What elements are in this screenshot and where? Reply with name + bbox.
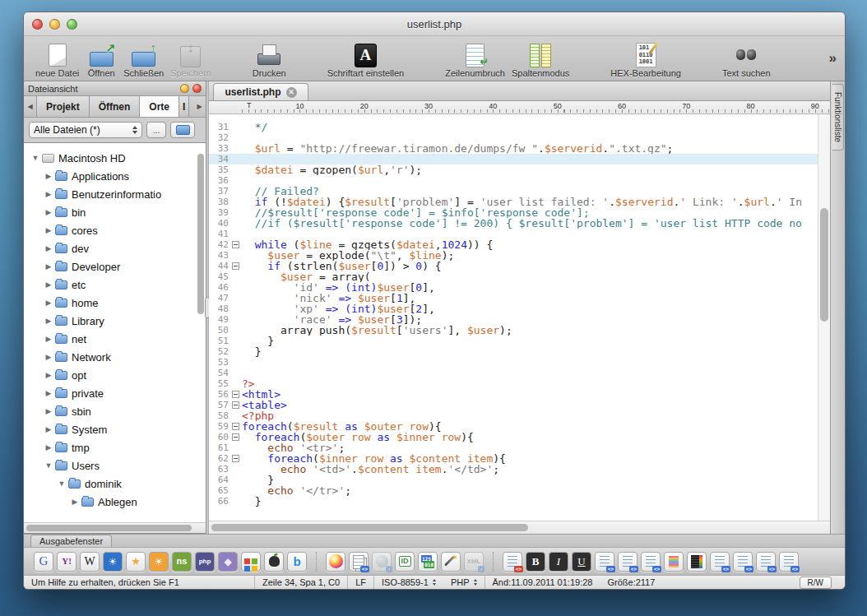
editor-horizontal-scrollbar[interactable]: [209, 521, 830, 534]
search-text-button[interactable]: Text suchen: [722, 42, 771, 78]
globe-check-icon[interactable]: ✓: [372, 552, 392, 572]
tree-item-applications[interactable]: ▶Applications: [24, 167, 206, 185]
file-filter-select[interactable]: Alle Dateien (*): [29, 122, 142, 138]
syntax-list-icon[interactable]: <>: [503, 552, 522, 572]
bold-icon[interactable]: B: [526, 552, 545, 572]
disclosure-triangle-icon[interactable]: ▶: [44, 389, 53, 397]
numbered-list-icon[interactable]: <>: [641, 552, 661, 572]
disclosure-triangle-icon[interactable]: ▶: [70, 498, 80, 506]
sidebar-tab-öffnen[interactable]: Öffnen: [90, 96, 141, 117]
fold-marker-icon[interactable]: [232, 455, 239, 462]
toolbar-overflow-button[interactable]: »: [828, 50, 838, 67]
google-icon[interactable]: G: [34, 552, 53, 572]
disclosure-triangle-icon[interactable]: ▼: [30, 154, 40, 162]
color-wheel-icon[interactable]: [326, 552, 345, 572]
tree-horizontal-scrollbar[interactable]: [24, 522, 206, 533]
sidebar-tab-i[interactable]: I: [179, 96, 189, 117]
tree-item-private[interactable]: ▶private: [24, 384, 206, 402]
sidebar-header[interactable]: Dateiansicht: [24, 81, 206, 96]
netspeak-icon[interactable]: ns: [172, 552, 192, 572]
tab-close-icon[interactable]: ✕: [286, 87, 297, 98]
black-list-icon[interactable]: [687, 552, 707, 572]
disclosure-triangle-icon[interactable]: ▶: [44, 317, 53, 325]
code-editor[interactable]: 31 */32 33 $url = "http://freewar.tiramo…: [209, 114, 818, 521]
sun-service-icon[interactable]: ☀: [149, 552, 169, 572]
tree-vertical-scrollbar[interactable]: [197, 146, 205, 520]
rainbow-list-icon[interactable]: [664, 552, 684, 572]
fold-marker-icon[interactable]: [232, 391, 239, 398]
panel-minimize-button[interactable]: [180, 84, 189, 93]
spark-icon[interactable]: ★: [126, 552, 146, 572]
windows-icon[interactable]: [241, 552, 261, 572]
disclosure-triangle-icon[interactable]: ▶: [44, 335, 53, 343]
disclosure-triangle-icon[interactable]: ▼: [57, 479, 67, 488]
line-wrap-button[interactable]: Zeilenumbruch: [445, 42, 505, 78]
yahoo-icon[interactable]: Y!: [57, 552, 76, 572]
tree-item-net[interactable]: ▶net: [24, 330, 206, 348]
apple-icon[interactable]: [264, 552, 284, 572]
disclosure-triangle-icon[interactable]: ▶: [44, 353, 53, 361]
disclosure-triangle-icon[interactable]: ▶: [44, 443, 53, 452]
disclosure-triangle-icon[interactable]: ▶: [44, 407, 53, 415]
disclosure-triangle-icon[interactable]: ▶: [44, 172, 53, 180]
disclosure-triangle-icon[interactable]: ▶: [44, 371, 53, 379]
code-doc-icon-d[interactable]: <>: [779, 552, 799, 572]
xml-check-icon[interactable]: XML✓: [464, 552, 484, 572]
function-list-tab[interactable]: Funktionsliste: [832, 84, 844, 151]
tree-item-users[interactable]: ▼Users: [24, 456, 206, 475]
number-convert-icon[interactable]: [418, 552, 438, 572]
tabs-scroll-left-icon[interactable]: ◀: [24, 96, 36, 117]
tree-item-sbin[interactable]: ▶sbin: [24, 402, 206, 420]
disclosure-triangle-icon[interactable]: ▶: [44, 299, 53, 307]
tree-item-dev[interactable]: ▶dev: [24, 239, 206, 257]
tree-item-bin[interactable]: ▶bin: [24, 203, 206, 221]
italic-icon[interactable]: I: [549, 552, 568, 572]
document-tab[interactable]: userlist.php ✕: [213, 83, 308, 100]
tree-item-cores[interactable]: ▶cores: [24, 221, 206, 239]
fold-marker-icon[interactable]: [232, 423, 239, 430]
output-window-button[interactable]: Ausgabefenster: [30, 535, 112, 547]
disclosure-triangle-icon[interactable]: ▶: [44, 425, 53, 433]
close-file-button[interactable]: Schließen: [123, 42, 164, 78]
tabs-scroll-right-icon[interactable]: ▶: [193, 96, 206, 117]
document-stack-icon[interactable]: <>: [349, 552, 369, 572]
insert-item-list-icon[interactable]: <>: [595, 552, 614, 572]
set-font-button[interactable]: Schriftart einstellen: [327, 42, 405, 78]
code-doc-icon-b[interactable]: <>: [733, 552, 753, 572]
underline-icon[interactable]: U: [572, 552, 591, 572]
fold-marker-icon[interactable]: [232, 433, 239, 441]
wikipedia-icon[interactable]: W: [80, 552, 100, 572]
more-options-button[interactable]: ...: [146, 122, 166, 138]
bullet-list-icon[interactable]: <>: [618, 552, 638, 572]
fold-marker-icon[interactable]: [232, 241, 239, 248]
save-button[interactable]: Speichern: [170, 42, 211, 78]
panel-close-button[interactable]: [192, 84, 202, 93]
tree-item-etc[interactable]: ▶etc: [24, 276, 206, 294]
disclosure-triangle-icon[interactable]: ▶: [44, 244, 53, 252]
magic-wand-icon[interactable]: [441, 552, 461, 572]
disclosure-triangle-icon[interactable]: ▶: [44, 190, 53, 198]
hex-edit-button[interactable]: HEX-Bearbeitung: [610, 42, 681, 78]
tree-item-ablegen[interactable]: ▶Ablegen: [24, 493, 206, 511]
id-window-icon[interactable]: ID: [395, 552, 415, 572]
editor-vertical-scrollbar[interactable]: [818, 114, 830, 521]
tree-item-developer[interactable]: ▶Developer: [24, 257, 206, 276]
tree-item-benutzerinformatio[interactable]: ▶Benutzerinformatio: [24, 185, 206, 203]
tree-item-dominik[interactable]: ▼dominik: [24, 475, 206, 493]
column-mode-button[interactable]: Spaltenmodus: [512, 42, 569, 78]
syntax-select[interactable]: PHP: [443, 576, 484, 589]
tree-item-library[interactable]: ▶Library: [24, 312, 206, 330]
disclosure-triangle-icon[interactable]: ▶: [44, 208, 53, 216]
open-button[interactable]: Öffnen: [86, 42, 117, 78]
fold-marker-icon[interactable]: [232, 262, 239, 270]
bing-icon[interactable]: b: [287, 552, 307, 572]
encoding-stepper-icon[interactable]: [433, 577, 436, 587]
disclosure-triangle-icon[interactable]: ▶: [44, 226, 53, 234]
sidebar-tab-projekt[interactable]: Projekt: [36, 96, 90, 117]
tree-item-network[interactable]: ▶Network: [24, 348, 206, 366]
sidebar-tab-orte[interactable]: Orte: [140, 96, 179, 117]
php-docs-icon[interactable]: php: [195, 552, 215, 572]
code-doc-icon-c[interactable]: <>: [756, 552, 776, 572]
tree-item-system[interactable]: ▶System: [24, 420, 206, 438]
print-button[interactable]: Drucken: [253, 42, 286, 78]
